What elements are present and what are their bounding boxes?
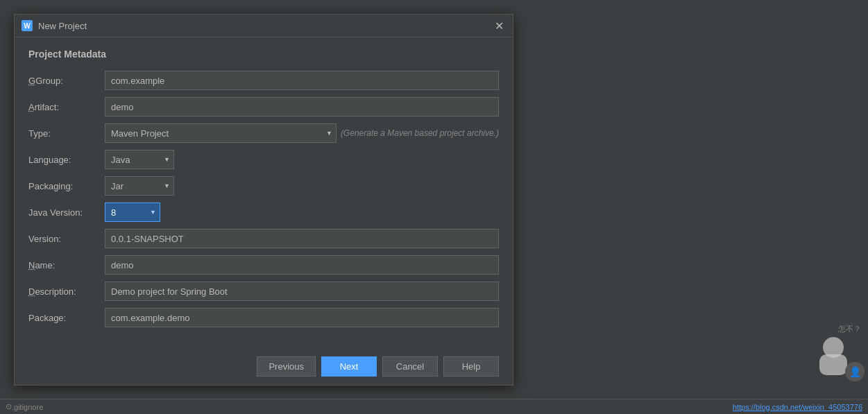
watermark-text: 怎不？ [838,324,861,334]
name-label: Name: [28,260,105,270]
version-input[interactable] [105,229,499,248]
name-row: Name: [28,255,499,275]
bottom-bar: ⊙ .gitignore https://blog.csdn.net/weixi… [0,399,868,414]
description-label: Description: [28,286,105,297]
watermark-area: 怎不？ 👤 [785,324,861,407]
java-version-row: Java Version: 8 11 17 [28,202,499,222]
type-select[interactable]: Maven Project [105,123,337,143]
name-input[interactable] [105,255,499,275]
type-select-wrapper: Maven Project [105,123,337,143]
type-label: Type: [28,128,105,139]
next-button[interactable]: Next [321,356,377,377]
figure-body [819,354,847,375]
description-row: Description: [28,282,499,301]
java-version-select[interactable]: 8 11 17 [105,202,160,222]
artifact-row: Artifact: [28,97,499,117]
blog-url[interactable]: https://blog.csdn.net/weixin_45053776 [733,403,862,411]
dialog-icon: W [22,20,33,31]
previous-button[interactable]: Previous [257,356,316,377]
cancel-button[interactable]: Cancel [382,356,438,377]
dialog-title-left: W New Project [22,20,87,31]
dialog-body: Project Metadata GGroup: Artifact: Type: [15,37,513,345]
version-row: Version: [28,229,499,248]
version-label: Version: [28,234,105,244]
packaging-label: Packaging: [28,181,105,191]
group-label: GGroup: [28,76,105,86]
gitignore-text: ⊙ [6,402,12,411]
artifact-label: Artifact: [28,102,105,112]
artifact-input[interactable] [105,97,499,117]
package-label: Package: [28,313,105,323]
package-row: Package: [28,308,499,327]
avatar-icon: 👤 [845,362,865,381]
dialog-titlebar: W New Project ✕ [15,15,513,37]
java-version-wrapper: 8 11 17 [105,202,160,222]
packaging-row: Packaging: Jar War [28,176,499,196]
packaging-select-wrapper: Jar War [105,176,174,196]
language-select[interactable]: Java Kotlin Groovy [105,150,174,169]
group-input[interactable] [105,71,499,90]
java-version-label: Java Version: [28,207,105,218]
type-row: Type: Maven Project (Generate a Maven ba… [28,123,499,143]
language-label: Language: [28,155,105,165]
packaging-select[interactable]: Jar War [105,176,174,196]
gitignore-label: .gitignore [12,403,43,411]
overlay: W New Project ✕ Project Metadata GGroup:… [0,0,868,414]
group-row: GGroup: [28,71,499,90]
type-hint: (Generate a Maven based project archive.… [341,128,499,138]
section-title: Project Metadata [28,49,499,60]
package-input[interactable] [105,308,499,327]
dialog-title: New Project [38,21,87,31]
language-row: Language: Java Kotlin Groovy [28,150,499,169]
description-input[interactable] [105,282,499,301]
new-project-dialog: W New Project ✕ Project Metadata GGroup:… [14,14,513,386]
dialog-footer: Previous Next Cancel Help [15,348,513,385]
language-select-wrapper: Java Kotlin Groovy [105,150,174,169]
help-button[interactable]: Help [443,356,499,377]
close-button[interactable]: ✕ [492,19,506,33]
